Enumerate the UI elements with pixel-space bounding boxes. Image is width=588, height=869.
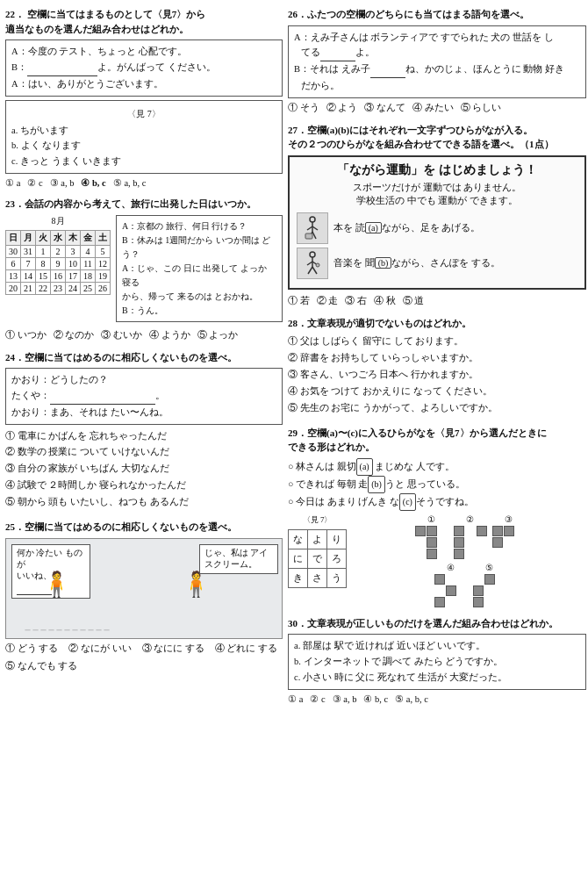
q22-midori-box: 〈見 7〉 a. ちがいます b. よく なります c. きっと うまく いきま… (5, 100, 283, 175)
q24-num: 24． (5, 352, 25, 363)
q23-line1: A：京都の 旅行、何日 行ける？ (122, 219, 276, 233)
q23-opt4: ④ ようか (149, 329, 190, 341)
q26-title: 26．ふたつの空欄のどちらにも当てはまる語句を選べ。 (288, 7, 586, 22)
q29-s3: ○ 今日は あまり げんき な(c)そうですね。 (288, 493, 586, 511)
q29-title: 29．空欄(a)〜(c)に入るひらがなを〈見7〉から選んだときにできる形はどれか… (288, 426, 586, 455)
svg-line-12 (312, 267, 317, 274)
q22-opt2: ② c (27, 177, 42, 188)
q24-title: 24．空欄に当てはめるのに相応しくないものを選べ。 (5, 350, 283, 365)
q23-title: 23．会話の内容から考えて、旅行に出発した日はいつか。 (5, 197, 283, 212)
q22-opt3: ③ a, b (50, 177, 75, 188)
q30-opt1: ① a (288, 693, 303, 704)
q25-opt2: ② なにが いい (68, 643, 131, 655)
q29-shape3: ③ (492, 514, 526, 559)
q25-illustration: 何か 冷たい ものがいいね、 ？ 🧍 🧍 じゃ、私は アイスクリーム。 ＿＿＿＿… (5, 538, 283, 639)
svg-point-7 (310, 252, 315, 257)
q29-shape4-grid (434, 574, 468, 607)
q23-line4: B：うん。 (122, 304, 276, 318)
question-27: 27．空欄(a)(b)にはそれぞれ一文字ずつひらがなが入る。その２つのひらがなを… (288, 123, 586, 307)
q25-options: ① どう する ② なにが いい ③ なにに する ④ どれに する ⑤ なんで… (5, 643, 283, 672)
q24-opt4: ④ 試験で ２時間しか 寝られなかったんだ (5, 478, 283, 494)
q24-opt5: ⑤ 朝から 頭も いたいし、ねつも あるんだ (5, 494, 283, 511)
q27-activity1-text: 本を 読(a)ながら、足を あげる。 (333, 222, 480, 234)
svg-line-5 (312, 232, 316, 239)
svg-point-13 (316, 263, 319, 267)
q22-opt4: ④ b, c (81, 177, 105, 188)
q24-line3: かおり：まあ、それは たい〜んね。 (11, 405, 276, 420)
q25-speech2: じゃ、私は アイスクリーム。 (199, 544, 278, 575)
q28-opt4: ④ お気を つけて おかえりに なって ください。 (288, 384, 586, 400)
q26-dialogue-box: A：えみ子さんは ボランティアで すでられた 犬の 世話を し てる よ。 B：… (288, 25, 586, 98)
question-25: 25．空欄に当てはめるのに相応しくないものを選べ。 何か 冷たい ものがいいね、… (5, 520, 283, 672)
calendar-month: 8月 (5, 215, 111, 227)
q22-box-b: b. よく なります (11, 138, 276, 154)
q22-opt1: ① a (5, 177, 20, 188)
svg-line-9 (307, 262, 312, 265)
q24-line1: かおり：どうしたの？ (11, 372, 276, 388)
cal-h-mon: 月 (21, 230, 36, 245)
q27-num: 27． (288, 125, 307, 135)
q28-title: 28．文章表現が適切でないものはどれか。 (288, 316, 586, 331)
q25-opt4: ④ どれに する (215, 643, 277, 655)
q25-num: 25． (5, 521, 25, 532)
q26-opt3: ③ なんて (364, 102, 405, 114)
q30-opt2: ② c (310, 693, 325, 704)
q22-line2: B： よ。がんばって ください。 (11, 60, 276, 76)
q24-line2: たくや： 。 (11, 388, 276, 405)
q23-opt3: ③ むいか (101, 329, 142, 341)
q27-highlight-box: 「ながら運動」を はじめましょう！ スポーツだけが 運動では ありません。学校生… (288, 155, 586, 290)
q26-num: 26． (288, 9, 307, 19)
q29-s2: ○ できれば 毎朝 走(b)うと 思っている。 (288, 476, 586, 493)
q24-opt3: ③ 自分の 家族が いちばん 大切なんだ (5, 461, 283, 478)
q27-activity1: 本を 読(a)ながら、足を あげる。 (297, 212, 577, 244)
q30-s-a: a. 部屋は 駅で 近ければ 近いほど いいです。 (294, 638, 580, 654)
q25-person-left-icon: 🧍 (41, 570, 72, 599)
left-column: 22． 空欄に当てはまるものとして〈見7〉から適当なものを選んだ組み合わせはどれ… (5, 7, 283, 862)
cal-h-wed: 水 (51, 230, 66, 245)
q22-title: 22． 空欄に当てはまるものとして〈見7〉から適当なものを選んだ組み合わせはどれ… (5, 7, 283, 36)
q27-options: ① 若 ② 走 ③ 右 ④ 秋 ⑤ 道 (288, 295, 586, 307)
q29-shape2: ② (454, 514, 487, 559)
svg-line-3 (312, 226, 318, 230)
q27-opt2: ② 走 (317, 295, 339, 307)
q22-line3: A：はい、ありがとうございます。 (11, 76, 276, 92)
q23-line2: B：休みは 1週間だから いつか間は どう？ (122, 233, 276, 262)
cal-h-thu: 木 (66, 230, 81, 245)
q23-dialogue-box: A：京都の 旅行、何日 行ける？ B：休みは 1週間だから いつか間は どう？ … (116, 215, 283, 322)
q28-opt1: ① 父は しばらく 留守に して おります。 (288, 334, 586, 350)
q23-line3: A：じゃ、この 日に 出発して よっか 寝るから、帰って 来るのは とおかね。 (122, 262, 276, 304)
q27-activity2-text: 音楽を 聞(b)ながら、さんぽを する。 (333, 257, 500, 269)
q27-activity2: 音楽を 聞(b)ながら、さんぽを する。 (297, 248, 577, 279)
question-23: 23．会話の内容から考えて、旅行に出発した日はいつか。 8月 日 月 火 水 木… (5, 197, 283, 341)
q30-opt5: ⑤ a, b, c (395, 693, 428, 704)
q24-opt2: ② 数学の 授業に ついて いけないんだ (5, 444, 283, 461)
q27-opt5: ⑤ 道 (403, 295, 425, 307)
q23-opt1: ① いつか (5, 329, 47, 341)
q27-highlight-subtitle: スポーツだけが 運動では ありません。学校生活の 中でも 運動が できます。 (297, 181, 577, 207)
q29-shape1-grid (415, 526, 448, 559)
q26-opt5: ⑤ らしい (461, 102, 502, 114)
q29-shape3-grid (492, 526, 526, 559)
q29-ref-grid-container: 〈見 7〉 なより にでろ きさう (288, 514, 347, 592)
q29-num: 29． (288, 427, 307, 438)
svg-line-2 (307, 226, 312, 230)
q25-scene-desc: ＿＿＿＿＿＿＿＿＿＿＿ (24, 621, 111, 633)
q30-sentences-box: a. 部屋は 駅で 近ければ 近いほど いいです。 b. インターネットで 調べ… (288, 634, 586, 690)
q24-options: ① 電車に かばんを 忘れちゃったんだ ② 数学の 授業に ついて いけないんだ… (5, 428, 283, 511)
q24-dialogue-box: かおり：どうしたの？ たくや： 。 かおり：まあ、それは たい〜んね。 (5, 368, 283, 425)
q29-shape5-grid (473, 574, 506, 607)
q29-shape4: ④ (434, 563, 468, 607)
q29-s1: ○ 林さんは 親切(a) まじめな 人です。 (288, 458, 586, 476)
svg-rect-6 (305, 233, 312, 239)
svg-point-0 (310, 217, 315, 222)
q27-activity1-icon (297, 212, 328, 244)
q24-opt1: ① 電車に かばんを 忘れちゃったんだ (5, 428, 283, 445)
q30-num: 30． (288, 618, 307, 628)
q30-s-c: c. 小さい 時に 父に 死なれて 生活が 大変だった。 (294, 670, 580, 686)
q25-opt1: ① どう する (5, 643, 58, 655)
q27-opt3: ③ 右 (345, 295, 367, 307)
q26-options: ① そう ② よう ③ なんて ④ みたい ⑤ らしい (288, 102, 586, 114)
question-28: 28．文章表現が適切でないものはどれか。 ① 父は しばらく 留守に して おり… (288, 316, 586, 417)
q27-opt1: ① 若 (288, 295, 310, 307)
calendar-table: 日 月 火 水 木 金 土 303112345 6789101112 13141… (5, 230, 111, 295)
